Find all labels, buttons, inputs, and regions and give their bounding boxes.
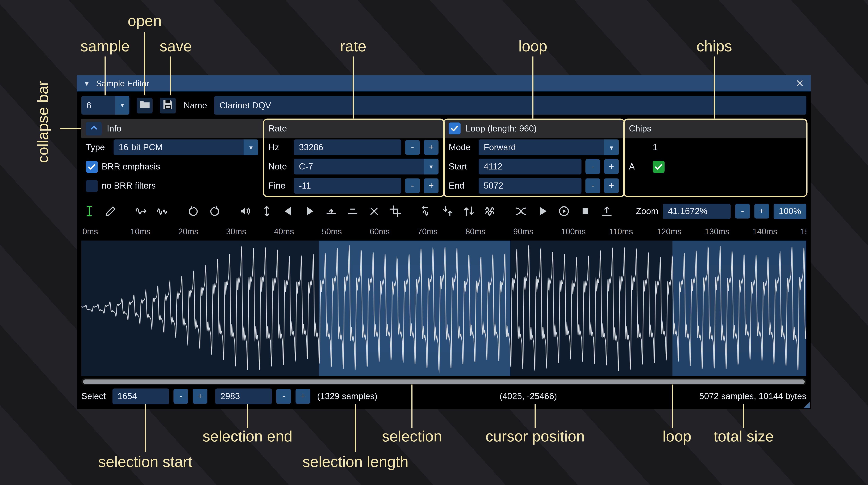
- reverse-button[interactable]: [418, 203, 434, 219]
- note-selector[interactable]: C-7 ▼: [294, 159, 438, 174]
- timeline-tick: 50ms: [322, 227, 342, 236]
- info-header: Info: [82, 119, 263, 138]
- annotation-selection-line: [411, 385, 413, 428]
- loop-end-increase-button[interactable]: +: [604, 179, 619, 193]
- loop-end-decrease-button[interactable]: -: [585, 179, 600, 193]
- hscrollbar-thumb[interactable]: [83, 379, 805, 384]
- apply-filter-button[interactable]: [483, 203, 498, 219]
- dropdown-arrow-icon[interactable]: ▼: [244, 139, 258, 155]
- fade-out-button[interactable]: [302, 203, 317, 219]
- note-row: Note C-7 ▼: [264, 157, 443, 176]
- loop-start-decrease-button[interactable]: -: [585, 159, 600, 174]
- dropdown-arrow-icon[interactable]: ▼: [115, 96, 129, 115]
- selection-start-decrease-button[interactable]: -: [174, 389, 188, 404]
- fine-decrease-button[interactable]: -: [405, 179, 420, 193]
- type-selector[interactable]: 16-bit PCM ▼: [114, 139, 258, 155]
- waveform-display[interactable]: [82, 240, 806, 376]
- loop-start-row: Start 4112 - +: [444, 157, 623, 176]
- loop-start-input[interactable]: 4112: [478, 159, 581, 174]
- loop-end-value: 5072: [484, 181, 503, 191]
- loop-enable-checkbox[interactable]: [449, 123, 461, 134]
- hz-decrease-button[interactable]: -: [405, 140, 420, 155]
- sample-controls-row: 6 ▼ Name Clarinet DQV: [82, 96, 806, 115]
- annotation-chips-line: [714, 57, 715, 119]
- annotation-selection-end-line: [247, 405, 248, 428]
- window-titlebar[interactable]: ▼ Sample Editor ✕: [77, 75, 811, 91]
- crossfade-loop-button[interactable]: [513, 203, 529, 219]
- annotation-loop-bottom-label: loop: [663, 428, 691, 446]
- loop-mode-selector[interactable]: Forward ▼: [478, 139, 619, 155]
- selection-end-increase-button[interactable]: +: [296, 389, 310, 404]
- chips-header: Chips: [624, 119, 806, 138]
- stop-preview-button[interactable]: [578, 203, 593, 219]
- brr-emphasis-checkbox[interactable]: [86, 161, 98, 172]
- timeline-tick: 60ms: [370, 227, 390, 236]
- undo-button[interactable]: [185, 203, 201, 219]
- zoom-reset-button[interactable]: 100%: [774, 203, 806, 219]
- select-tool-button[interactable]: [82, 203, 97, 219]
- selection-end-decrease-button[interactable]: -: [276, 389, 291, 404]
- open-sample-button[interactable]: [137, 97, 153, 113]
- loop-end-row: End 5072 - +: [444, 176, 623, 195]
- close-button[interactable]: ✕: [796, 78, 804, 89]
- resize-grip[interactable]: [804, 402, 810, 408]
- signed-unsigned-button[interactable]: [461, 203, 477, 219]
- sample-editor-window: ▼ Sample Editor ✕ 6 ▼ Name Clarinet DQV: [77, 75, 811, 409]
- upload-sample-button[interactable]: [599, 203, 615, 219]
- annotation-save-line: [170, 57, 172, 96]
- dropdown-arrow-icon[interactable]: ▼: [604, 139, 619, 155]
- loop-start-increase-button[interactable]: +: [604, 159, 619, 174]
- save-sample-button[interactable]: [160, 97, 176, 113]
- timeline-tick: 130ms: [705, 227, 729, 236]
- timeline-tick: 10ms: [130, 227, 150, 236]
- delete-button[interactable]: [366, 203, 382, 219]
- info-header-label: Info: [107, 123, 121, 134]
- annotation-selection-length-label: selection length: [302, 453, 408, 471]
- type-row: Type 16-bit PCM ▼: [82, 138, 263, 157]
- window-collapse-icon[interactable]: ▼: [84, 80, 90, 87]
- trim-button[interactable]: [388, 203, 403, 219]
- annotation-cursor-position-line: [534, 405, 536, 428]
- hscrollbar[interactable]: [82, 378, 806, 385]
- apply-silence-button[interactable]: [345, 203, 361, 219]
- fine-input[interactable]: -11: [294, 178, 401, 194]
- chip-a-checkbox[interactable]: [653, 161, 665, 172]
- preview-loop-button[interactable]: [556, 203, 572, 219]
- dropdown-arrow-icon[interactable]: ▼: [424, 159, 438, 174]
- no-brr-filters-checkbox[interactable]: [86, 180, 98, 192]
- amplify-button[interactable]: [237, 203, 253, 219]
- sample-property-sections: Info Type 16-bit PCM ▼ BRR emphasis no B…: [82, 119, 806, 197]
- redo-button[interactable]: [207, 203, 222, 219]
- sample-selector[interactable]: 6 ▼: [82, 96, 129, 115]
- timeline-tick: 40ms: [274, 227, 294, 236]
- preview-button[interactable]: [534, 203, 550, 219]
- zoom-input[interactable]: 41.1672%: [663, 203, 731, 219]
- window-title: Sample Editor: [96, 78, 149, 88]
- annotation-sample-label: sample: [81, 38, 130, 55]
- fade-in-button[interactable]: [280, 203, 296, 219]
- draw-tool-button[interactable]: [103, 203, 119, 219]
- fine-increase-button[interactable]: +: [424, 179, 438, 193]
- loop-end-input[interactable]: 5072: [478, 178, 581, 194]
- normalize-button[interactable]: [259, 203, 275, 219]
- type-selector-value: 16-bit PCM: [114, 139, 244, 155]
- selection-start-input[interactable]: 1654: [113, 389, 169, 405]
- selection-end-input[interactable]: 2983: [215, 389, 272, 405]
- selection-start-increase-button[interactable]: +: [193, 389, 208, 404]
- chips-section: Chips 1 A: [624, 119, 806, 197]
- loop-mode-label: Mode: [449, 142, 475, 153]
- annotation-total-size-label: total size: [713, 428, 774, 446]
- annotation-loop-label: loop: [518, 38, 547, 55]
- hz-increase-button[interactable]: +: [424, 140, 438, 155]
- collapse-bar-button[interactable]: [86, 122, 102, 135]
- zoom-in-button[interactable]: +: [754, 204, 769, 219]
- sample-name-input[interactable]: Clarinet DQV: [214, 96, 806, 115]
- annotation-selection-start-line: [145, 405, 146, 452]
- resize-button[interactable]: [133, 203, 149, 219]
- hz-input[interactable]: 33286: [294, 139, 401, 155]
- invert-button[interactable]: [439, 203, 455, 219]
- insert-silence-button[interactable]: [323, 203, 339, 219]
- zoom-out-button[interactable]: -: [735, 204, 750, 219]
- rate-header: Rate: [264, 119, 443, 138]
- resample-button[interactable]: [155, 203, 170, 219]
